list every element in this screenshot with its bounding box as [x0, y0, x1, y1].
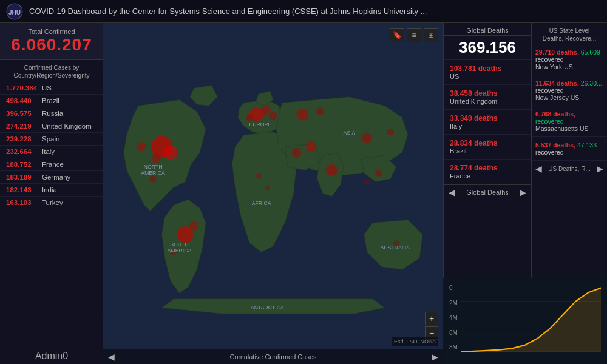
- country-count: 188.752: [6, 161, 39, 168]
- country-count: 232.664: [6, 148, 39, 155]
- list-button[interactable]: ≡: [407, 28, 421, 42]
- svg-text:JHU: JHU: [8, 9, 21, 16]
- us-state-item: 29.710 deaths, 65.609 recoveredNew York …: [532, 44, 607, 75]
- country-item[interactable]: 182.143India: [0, 184, 103, 197]
- svg-point-21: [265, 185, 270, 190]
- main-layout: Total Confirmed 6.060.207 Confirmed Case…: [0, 23, 607, 364]
- country-count: 183.189: [6, 174, 39, 181]
- world-map: NORTH AMERICA SOUTH AMERICA EUROPE AFRIC…: [103, 23, 443, 364]
- grid-button[interactable]: ⊞: [424, 28, 438, 42]
- svg-point-17: [326, 164, 337, 176]
- map-toolbar: 🔖 ≡ ⊞: [390, 28, 438, 42]
- chart-y-labels: 8M6M4M2M0: [449, 285, 458, 352]
- death-item: 33.340 deathsItaly: [444, 110, 531, 135]
- us-location: New York US: [535, 63, 573, 70]
- us-recovered: 26.30...: [581, 79, 602, 87]
- deaths-next-button[interactable]: ▶: [520, 187, 526, 197]
- cases-by-country-header: Confirmed Cases by Country/Region/Sovere…: [0, 60, 103, 82]
- svg-point-4: [163, 146, 177, 160]
- country-item[interactable]: 163.103Turkey: [0, 197, 103, 209]
- us-state-panel: US State LevelDeaths, Recovere... 29.710…: [531, 23, 607, 278]
- country-item[interactable]: 232.664Italy: [0, 146, 103, 158]
- total-confirmed-label: Total Confirmed: [6, 28, 97, 35]
- svg-marker-40: [461, 288, 601, 352]
- death-count: 103.781 deaths: [450, 64, 525, 73]
- svg-point-12: [269, 112, 277, 121]
- country-name: Germany: [42, 174, 70, 181]
- us-next-button[interactable]: ▶: [597, 164, 603, 174]
- death-count: 38.458 deaths: [450, 89, 525, 98]
- country-name: France: [42, 161, 64, 168]
- us-deaths: 29.710 deaths,: [535, 49, 579, 56]
- country-item[interactable]: 183.189Germany: [0, 171, 103, 184]
- zoom-in-button[interactable]: +: [425, 312, 438, 325]
- death-location: Brazil: [450, 147, 525, 155]
- country-count: 182.143: [6, 186, 39, 194]
- deaths-nav-label: Global Deaths: [466, 189, 509, 196]
- us-prev-button[interactable]: ◀: [535, 164, 542, 174]
- us-state-item: 5.537 deaths, 47.133 recovered: [532, 137, 607, 161]
- svg-point-16: [306, 141, 316, 152]
- map-next-button[interactable]: ▶: [432, 352, 438, 362]
- country-item[interactable]: 396.575Russia: [0, 107, 103, 120]
- country-item[interactable]: 1.770.384US: [0, 82, 103, 95]
- death-location: United Kingdom: [450, 98, 525, 105]
- deaths-prev-button[interactable]: ◀: [449, 187, 455, 197]
- svg-point-6: [137, 142, 146, 151]
- death-item: 103.781 deathsUS: [444, 60, 531, 85]
- global-deaths-total: 369.156: [444, 36, 531, 60]
- death-item: 28.834 deathsBrazil: [444, 135, 531, 160]
- us-state-nav: ◀ US Deaths, R... ▶: [532, 161, 607, 176]
- country-list: 1.770.384US498.440Brazil396.575Russia274…: [0, 82, 103, 348]
- svg-point-8: [189, 221, 198, 230]
- us-state-item: 11.634 deaths, 26.30... recoveredNew Jer…: [532, 75, 607, 106]
- svg-point-5: [151, 153, 160, 163]
- svg-point-11: [246, 114, 254, 121]
- map-footer-label: Cumulative Confirmed Cases: [229, 353, 316, 360]
- svg-point-15: [292, 148, 301, 157]
- country-name: Russia: [42, 110, 63, 117]
- country-item[interactable]: 498.440Brazil: [0, 95, 103, 107]
- total-confirmed-value: 6.060.207: [6, 35, 97, 55]
- us-recovered: 65.609: [581, 49, 600, 56]
- bookmark-button[interactable]: 🔖: [390, 28, 404, 42]
- death-location: US: [450, 73, 525, 80]
- map-prev-button[interactable]: ◀: [108, 352, 115, 362]
- country-item[interactable]: 188.752France: [0, 158, 103, 171]
- global-deaths-nav: ◀ Global Deaths ▶: [444, 184, 531, 200]
- us-deaths: 11.634 deaths,: [535, 79, 579, 87]
- death-count: 28.774 deaths: [450, 164, 525, 172]
- svg-point-24: [375, 169, 382, 177]
- us-deaths: 5.537 deaths,: [535, 141, 575, 149]
- country-count: 274.219: [6, 123, 39, 130]
- us-recovered-label: recovered: [535, 149, 564, 156]
- country-name: Brazil: [42, 97, 59, 104]
- map-attribution: Esri, FAO, NOAA: [392, 337, 438, 346]
- svg-point-23: [171, 249, 177, 255]
- country-name: India: [42, 186, 57, 194]
- chart-y-label: 6M: [449, 329, 458, 336]
- sidebar-nav-bottom[interactable]: Admin0: [0, 348, 103, 364]
- jhu-logo: JHU: [6, 3, 23, 20]
- us-recovered-label: recovered: [535, 56, 564, 63]
- us-state-header: US State LevelDeaths, Recovere...: [532, 23, 607, 44]
- us-location: Massachusetts US: [535, 125, 589, 132]
- country-name: United Kingdom: [42, 123, 92, 130]
- header: JHU COVID-19 Dashboard by the Center for…: [0, 0, 607, 23]
- svg-point-13: [297, 109, 308, 120]
- us-item-list: 29.710 deaths, 65.609 recoveredNew York …: [532, 44, 607, 161]
- svg-point-18: [362, 133, 372, 143]
- global-deaths-list: 103.781 deathsUS38.458 deathsUnited King…: [444, 60, 531, 184]
- svg-point-10: [262, 106, 271, 115]
- country-item[interactable]: 239.228Spain: [0, 133, 103, 146]
- chart-y-label: 2M: [449, 300, 458, 306]
- admin-label: Admin0: [35, 351, 68, 361]
- chart-svg: [461, 285, 601, 352]
- us-recovered: recovered: [535, 118, 564, 125]
- death-count: 28.834 deaths: [450, 139, 525, 147]
- country-name: US: [42, 84, 52, 92]
- country-count: 396.575: [6, 110, 39, 117]
- country-count: 1.770.384: [6, 84, 39, 92]
- chart-y-label: 0: [449, 285, 458, 291]
- country-item[interactable]: 274.219United Kingdom: [0, 120, 103, 133]
